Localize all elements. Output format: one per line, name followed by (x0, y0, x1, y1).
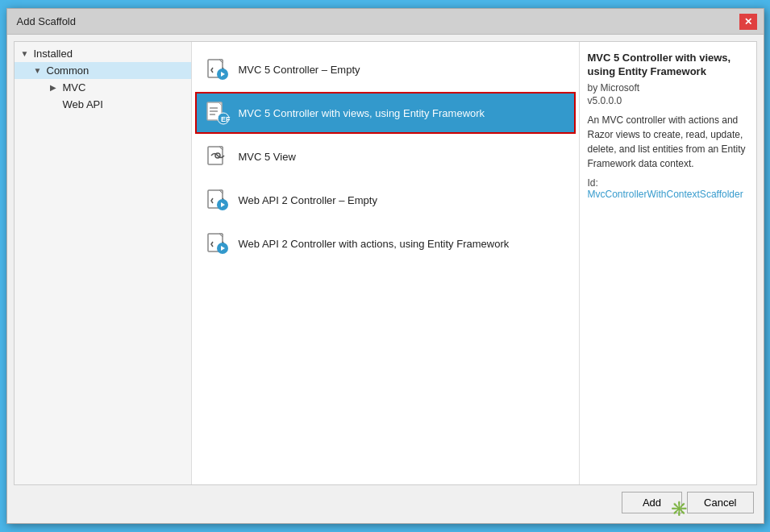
tree-arrow-installed: ▼ (21, 49, 31, 58)
title-bar: Add Scaffold ✕ (7, 9, 764, 35)
svg-rect-7 (210, 110, 218, 112)
tree-label-common: Common (47, 64, 89, 77)
scaffold-icon-mvc5-ef: EF (205, 100, 231, 126)
scaffold-item-webapi2-empty[interactable]: Web API 2 Controller – Empty (195, 179, 576, 221)
close-button[interactable]: ✕ (739, 14, 757, 30)
svg-text:EF: EF (221, 115, 231, 123)
scaffold-label-mvc5-ef: MVC 5 Controller with views, using Entit… (239, 107, 485, 119)
footer: Add ✳️ Cancel (14, 485, 757, 517)
tree-arrow-common: ▼ (34, 66, 44, 75)
scaffold-icon-mvc5-empty (205, 56, 231, 82)
scaffold-label-webapi2-empty: Web API 2 Controller – Empty (239, 194, 377, 206)
tree-label-installed: Installed (34, 48, 73, 60)
desc-id-row: Id: MvcControllerWithContextScaffolder (588, 177, 748, 200)
tree-label-mvc: MVC (63, 81, 86, 94)
tree-installed[interactable]: ▼ Installed (15, 45, 191, 62)
tree-mvc[interactable]: ▶ MVC (15, 79, 191, 96)
desc-author: by Microsoft (588, 82, 748, 94)
desc-version: v5.0.0.0 (588, 95, 748, 106)
scaffold-label-mvc5-empty: MVC 5 Controller – Empty (239, 64, 360, 76)
desc-title: MVC 5 Controller with views, using Entit… (588, 52, 748, 79)
add-label: Add (643, 497, 661, 509)
desc-id-value: MvcControllerWithContextScaffolder (588, 189, 743, 200)
scaffold-icon-mvc5-view (205, 143, 231, 169)
tree-common[interactable]: ▼ Common (15, 62, 191, 79)
scaffold-icon-webapi2-empty (205, 187, 231, 213)
scaffold-icon-webapi2-ef (205, 231, 231, 256)
scaffold-item-mvc5-ef[interactable]: EF MVC 5 Controller with views, using En… (195, 92, 576, 134)
description-panel: MVC 5 Controller with views, using Entit… (579, 42, 756, 484)
desc-id-label: Id: (588, 177, 598, 189)
dialog-body: ▼ Installed ▼ Common ▶ MVC ▶ Web API (7, 35, 764, 523)
tree-label-webapi: Web API (63, 98, 103, 110)
scaffold-label-webapi2-ef: Web API 2 Controller with actions, using… (239, 238, 510, 250)
scaffold-list: MVC 5 Controller – Empty EF (192, 42, 579, 484)
scaffold-label-mvc5-view: MVC 5 View (239, 151, 296, 163)
add-button[interactable]: Add ✳️ (622, 492, 682, 513)
tree-arrow-mvc: ▶ (50, 83, 60, 92)
dialog-title: Add Scaffold (17, 15, 76, 27)
main-content: ▼ Installed ▼ Common ▶ MVC ▶ Web API (14, 41, 757, 485)
scaffold-item-mvc5-empty[interactable]: MVC 5 Controller – Empty (195, 48, 576, 90)
svg-rect-6 (210, 107, 218, 109)
cursor-sparkle: ✳️ (670, 500, 688, 517)
desc-body: An MVC controller with actions and Razor… (588, 113, 748, 171)
tree-panel: ▼ Installed ▼ Common ▶ MVC ▶ Web API (15, 42, 192, 484)
tree-webapi[interactable]: ▶ Web API (15, 96, 191, 113)
svg-rect-8 (210, 114, 215, 115)
scaffold-item-webapi2-ef[interactable]: Web API 2 Controller with actions, using… (195, 222, 576, 264)
add-scaffold-dialog: Add Scaffold ✕ ▼ Installed ▼ Common ▶ MV… (6, 8, 764, 524)
scaffold-item-mvc5-view[interactable]: MVC 5 View (195, 135, 576, 177)
cancel-button[interactable]: Cancel (687, 492, 753, 513)
